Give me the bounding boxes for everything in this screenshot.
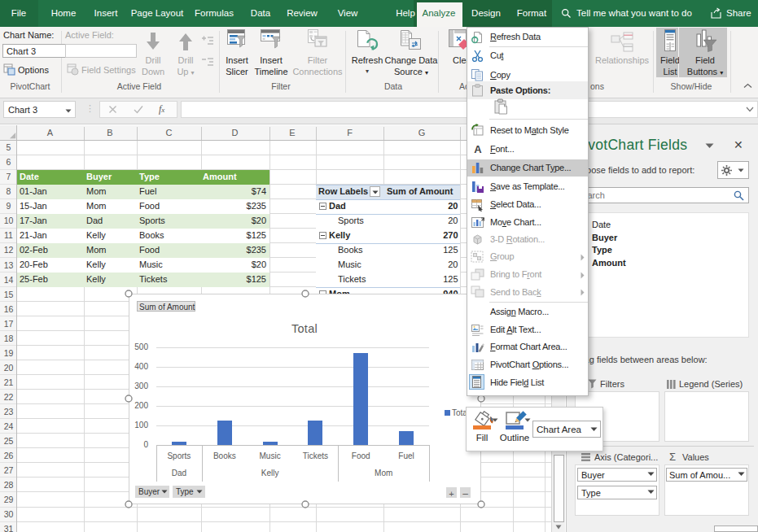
svg-text:A: A: [474, 143, 482, 155]
